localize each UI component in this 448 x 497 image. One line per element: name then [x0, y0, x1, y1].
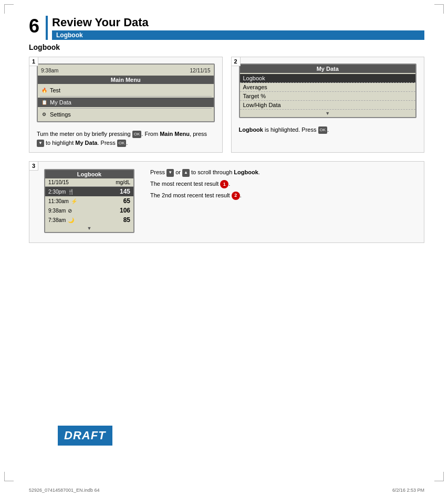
- draft-stamp: DRAFT: [58, 426, 112, 446]
- screen2-item-averages: Averages: [240, 83, 416, 92]
- flame-icon: 🔥: [41, 87, 47, 93]
- main-menu-bold: Main Menu: [160, 131, 190, 137]
- screen1-title: Main Menu: [38, 76, 214, 84]
- screen1-date: 12/11/15: [190, 68, 211, 73]
- screen3-row-1-left: 2:30pm 🍴: [48, 189, 74, 195]
- section-title: Logbook: [29, 43, 424, 51]
- screen3-row-4: 7:38am 🌙 85: [45, 215, 133, 225]
- footer-right: 6/2/16 2:53 PM: [392, 488, 424, 493]
- screen3-down-arrow: ▼: [45, 225, 133, 232]
- screen2-item-logbook: Logbook: [240, 74, 416, 83]
- panel-1: 1 9:38am 12/11/15 Main Menu 🔥 Test: [29, 57, 223, 153]
- screen3-row-1: 2:30pm 🍴 145: [45, 187, 133, 196]
- ok-btn-2: OK: [117, 140, 127, 147]
- panel-1-screen: 9:38am 12/11/15 Main Menu 🔥 Test 📋 My Da…: [37, 64, 215, 122]
- screen1-test-label: Test: [50, 87, 60, 93]
- panel-1-caption: Turn the meter on by briefly pressing OK…: [29, 126, 222, 152]
- screen1-settings-label: Settings: [50, 111, 71, 118]
- panel-3-caption: Press ▼ or ▲ to scroll through Logbook. …: [150, 162, 416, 237]
- screen3-time-4: 7:38am: [48, 217, 66, 223]
- screen3-row-4-left: 7:38am 🌙: [48, 217, 74, 223]
- down-btn-3: ▼: [166, 169, 174, 177]
- down-btn-1: ▼: [37, 140, 44, 147]
- screen2-item-target: Target %: [240, 92, 416, 101]
- screen3-value-1: 145: [120, 188, 130, 195]
- caption-line-2: The most recent test result 1.: [150, 179, 416, 189]
- ok-btn-3: OK: [318, 126, 328, 134]
- screen3-time-2: 11:30am: [48, 198, 69, 204]
- divider-1: [40, 96, 212, 97]
- screen2-item-lowhigh: Low/High Data: [240, 101, 416, 110]
- mydata-bold: My Data: [75, 140, 97, 146]
- chapter-number: 6: [29, 16, 39, 40]
- screen2-content: My Data Logbook Averages Target % Low/Hi…: [240, 65, 416, 117]
- header-text-block: Review Your Data Logbook: [52, 16, 424, 40]
- screen1-mydata-label: My Data: [50, 99, 71, 105]
- screen3-value-3: 106: [120, 207, 130, 214]
- screen3-title: Logbook: [45, 170, 133, 178]
- screen3-time-1: 2:30pm: [48, 189, 66, 195]
- panel-2-number: 2: [231, 57, 241, 66]
- page: 6 Review Your Data Logbook Logbook 1 9:3…: [0, 0, 448, 497]
- gear-icon-s1: ⚙: [41, 111, 47, 118]
- screen3-value-2: 65: [123, 197, 130, 205]
- screen1-item-test: 🔥 Test: [38, 86, 214, 95]
- panel-2-screen: My Data Logbook Averages Target % Low/Hi…: [239, 64, 417, 118]
- screen1-item-mydata: 📋 My Data: [38, 98, 214, 107]
- screen1-content: 9:38am 12/11/15 Main Menu 🔥 Test 📋 My Da…: [38, 65, 214, 121]
- up-btn-3: ▲: [182, 169, 190, 177]
- screen3-row-3: 9:38am ⊘ 106: [45, 206, 133, 215]
- main-content: 6 Review Your Data Logbook Logbook 1 9:3…: [29, 16, 424, 471]
- divider-2: [40, 108, 212, 109]
- caption-line-1: Press ▼ or ▲ to scroll through Logbook.: [150, 168, 416, 177]
- screen2-down-arrow: ▼: [240, 110, 416, 117]
- panel-2: 2 My Data Logbook Averages Target % Low/…: [231, 57, 425, 153]
- panel-3: 3 Logbook 11/10/15 mg/dL: [29, 161, 424, 243]
- screen3-row-3-left: 9:38am ⊘: [48, 208, 72, 214]
- top-panels-row: 1 9:38am 12/11/15 Main Menu 🔥 Test: [29, 57, 424, 153]
- blue-bar: [46, 16, 48, 40]
- header-area: 6 Review Your Data Logbook: [29, 16, 424, 40]
- page-title: Review Your Data: [52, 16, 424, 29]
- logbook-bold: Logbook: [239, 126, 263, 133]
- screen3-content: Logbook 11/10/15 mg/dL 2:30pm �: [45, 170, 133, 232]
- ok-btn-1: OK: [132, 131, 142, 138]
- screen3-row-2-left: 11:30am ⚡: [48, 198, 77, 204]
- screen2-title: My Data: [240, 65, 416, 73]
- panel-1-number: 1: [29, 57, 38, 66]
- subtitle-bar: Logbook: [52, 30, 424, 40]
- panel-3-number: 3: [29, 161, 38, 171]
- fork-icon: 🍴: [68, 189, 74, 195]
- screen3-row-container-2: 11:30am ⚡ 65 2: [45, 196, 133, 206]
- screen3-sub-header: 11/10/15 mg/dL: [45, 178, 133, 187]
- page-footer: 52926_07414587001_EN.indb 64 6/2/16 2:53…: [29, 488, 424, 493]
- cancel-icon: ⊘: [68, 208, 72, 214]
- doc-icon: 📋: [41, 99, 47, 105]
- inline-badge-2: 2: [232, 192, 240, 200]
- panel-2-caption: Logbook is highlighted. Press OK.: [232, 122, 424, 140]
- screen1-item-settings: ⚙ Settings: [38, 110, 214, 119]
- panel-3-screen: Logbook 11/10/15 mg/dL 2:30pm �: [44, 169, 134, 233]
- screen3-unit: mg/dL: [116, 179, 130, 185]
- caption-line-3: The 2nd most recent test result 2.: [150, 191, 416, 200]
- lightning-icon: ⚡: [71, 198, 77, 204]
- screen3-value-4: 85: [123, 216, 130, 224]
- footer-left: 52926_07414587001_EN.indb 64: [29, 488, 100, 493]
- panel-3-inner: Logbook 11/10/15 mg/dL 2:30pm �: [29, 162, 424, 237]
- screen1-time: 9:38am: [41, 68, 58, 73]
- corner-mark-bl: [4, 472, 14, 481]
- inline-badge-1: 1: [220, 180, 228, 188]
- screen3-time-3: 9:38am: [48, 208, 66, 214]
- screen3-date: 11/10/15: [48, 179, 69, 185]
- moon-icon: 🌙: [68, 217, 74, 223]
- screen1-header: 9:38am 12/11/15: [38, 67, 214, 75]
- corner-mark-tl: [4, 4, 14, 14]
- panel-3-screen-area: Logbook 11/10/15 mg/dL 2:30pm �: [37, 162, 142, 237]
- screen3-row-2: 11:30am ⚡ 65: [45, 196, 133, 206]
- logbook-bold-2: Logbook: [234, 169, 258, 175]
- screen3-row-container-1: 2:30pm 🍴 145 1: [45, 187, 133, 196]
- corner-mark-br: [434, 472, 444, 481]
- corner-mark-tr: [434, 4, 444, 14]
